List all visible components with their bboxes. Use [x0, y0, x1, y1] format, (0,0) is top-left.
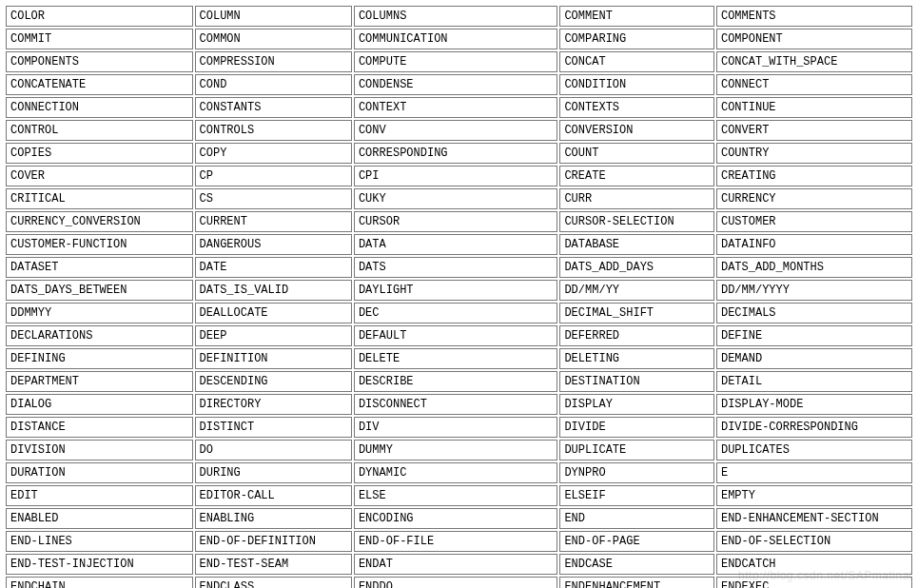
table-cell: DATA	[354, 234, 558, 255]
table-cell: ENDENHANCEMENT	[559, 577, 714, 588]
table-cell: DEFAULT	[354, 325, 558, 346]
table-cell: COLUMN	[195, 6, 352, 27]
table-cell: DEALLOCATE	[195, 303, 352, 323]
table-row: CURRENCY_CONVERSIONCURRENTCURSORCURSOR-S…	[6, 211, 912, 232]
table-row: CONCATENATECONDCONDENSECONDITIONCONNECT	[6, 74, 912, 95]
table-row: DATS_DAYS_BETWEENDATS_IS_VALIDDAYLIGHTDD…	[6, 280, 912, 301]
table-cell: DETAIL	[716, 371, 912, 392]
table-cell: CURRENCY	[716, 188, 912, 209]
table-cell: DESTINATION	[559, 371, 714, 392]
table-cell: DELETE	[354, 348, 558, 369]
table-cell: CPI	[354, 166, 558, 186]
table-row: DEFININGDEFINITIONDELETEDELETINGDEMAND	[6, 348, 912, 369]
table-cell: DD/MM/YY	[559, 280, 714, 301]
table-cell: END-LINES	[6, 531, 193, 552]
table-cell: COUNTRY	[716, 143, 912, 164]
table-row: COLORCOLUMNCOLUMNSCOMMENTCOMMENTS	[6, 6, 912, 27]
table-cell: DD/MM/YYYY	[716, 280, 912, 301]
table-cell: DATS	[354, 257, 558, 278]
table-cell: ENDEXEC	[716, 577, 912, 588]
table-cell: CONTROL	[6, 120, 193, 141]
table-cell: DISCONNECT	[354, 394, 558, 415]
table-cell: DEFINE	[716, 325, 912, 346]
table-cell: DECIMAL_SHIFT	[559, 303, 714, 323]
table-cell: DISTINCT	[195, 417, 352, 438]
table-row: COPIESCOPYCORRESPONDINGCOUNTCOUNTRY	[6, 143, 912, 164]
table-cell: DATS_ADD_MONTHS	[716, 257, 912, 278]
table-cell: COMMENT	[559, 6, 714, 27]
table-cell: CONTROLS	[195, 120, 352, 141]
table-cell: DUMMY	[354, 440, 558, 461]
table-cell: DURATION	[6, 462, 193, 483]
table-cell: COMMIT	[6, 29, 193, 49]
table-cell: EDITOR-CALL	[195, 485, 352, 506]
table-row: CONNECTIONCONSTANTSCONTEXTCONTEXTSCONTIN…	[6, 97, 912, 118]
table-cell: DEFINITION	[195, 348, 352, 369]
table-row: COMMITCOMMONCOMMUNICATIONCOMPARINGCOMPON…	[6, 29, 912, 49]
table-cell: END-OF-PAGE	[559, 531, 714, 552]
table-cell: END-ENHANCEMENT-SECTION	[716, 508, 912, 529]
table-cell: COMPARING	[559, 29, 714, 49]
table-cell: DIALOG	[6, 394, 193, 415]
table-cell: CONCATENATE	[6, 74, 193, 95]
table-cell: CURRENCY_CONVERSION	[6, 211, 193, 232]
table-cell: END-TEST-INJECTION	[6, 554, 193, 575]
table-cell: DAYLIGHT	[354, 280, 558, 301]
table-cell: ENABLED	[6, 508, 193, 529]
table-cell: COMMENTS	[716, 6, 912, 27]
table-cell: CREATING	[716, 166, 912, 186]
table-cell: DIVIDE	[559, 417, 714, 438]
table-cell: COPIES	[6, 143, 193, 164]
table-cell: DEFERRED	[559, 325, 714, 346]
table-cell: END-OF-SELECTION	[716, 531, 912, 552]
table-cell: ELSEIF	[559, 485, 714, 506]
table-cell: DUPLICATES	[716, 440, 912, 461]
table-cell: COLOR	[6, 6, 193, 27]
table-cell: DATS_DAYS_BETWEEN	[6, 280, 193, 301]
table-cell: END-OF-FILE	[354, 531, 558, 552]
table-row: DDMMYYDEALLOCATEDECDECIMAL_SHIFTDECIMALS	[6, 303, 912, 323]
table-row: CONTROLCONTROLSCONVCONVERSIONCONVERT	[6, 120, 912, 141]
table-cell: DISPLAY	[559, 394, 714, 415]
table-cell: DATE	[195, 257, 352, 278]
table-cell: DISTANCE	[6, 417, 193, 438]
table-cell: CURSOR-SELECTION	[559, 211, 714, 232]
table-row: END-LINESEND-OF-DEFINITIONEND-OF-FILEEND…	[6, 531, 912, 552]
table-cell: DEEP	[195, 325, 352, 346]
table-cell: ENDCHAIN	[6, 577, 193, 588]
table-cell: CONNECT	[716, 74, 912, 95]
table-cell: DIVISION	[6, 440, 193, 461]
table-cell: CONVERT	[716, 120, 912, 141]
table-cell: CONDENSE	[354, 74, 558, 95]
table-cell: DYNAMIC	[354, 462, 558, 483]
table-cell: COPY	[195, 143, 352, 164]
table-row: COMPONENTSCOMPRESSIONCOMPUTECONCATCONCAT…	[6, 51, 912, 72]
table-cell: EMPTY	[716, 485, 912, 506]
table-cell: COMPUTE	[354, 51, 558, 72]
table-cell: E	[716, 462, 912, 483]
table-cell: DESCENDING	[195, 371, 352, 392]
table-cell: DANGEROUS	[195, 234, 352, 255]
table-cell: COLUMNS	[354, 6, 558, 27]
table-cell: DEMAND	[716, 348, 912, 369]
table-cell: CS	[195, 188, 352, 209]
table-cell: DIVIDE-CORRESPONDING	[716, 417, 912, 438]
table-cell: CONTINUE	[716, 97, 912, 118]
table-row: ENABLEDENABLINGENCODINGENDEND-ENHANCEMEN…	[6, 508, 912, 529]
table-cell: ENDCATCH	[716, 554, 912, 575]
table-cell: CUKY	[354, 188, 558, 209]
table-cell: CONV	[354, 120, 558, 141]
table-cell: DDMMYY	[6, 303, 193, 323]
table-cell: CONTEXT	[354, 97, 558, 118]
table-cell: CONNECTION	[6, 97, 193, 118]
table-cell: ENDCASE	[559, 554, 714, 575]
table-cell: COND	[195, 74, 352, 95]
table-cell: CURRENT	[195, 211, 352, 232]
table-cell: ENDCLASS	[195, 577, 352, 588]
table-cell: DUPLICATE	[559, 440, 714, 461]
table-row: DISTANCEDISTINCTDIVDIVIDEDIVIDE-CORRESPO…	[6, 417, 912, 438]
table-cell: CONVERSION	[559, 120, 714, 141]
table-cell: DATS_IS_VALID	[195, 280, 352, 301]
table-row: EDITEDITOR-CALLELSEELSEIFEMPTY	[6, 485, 912, 506]
table-cell: DATASET	[6, 257, 193, 278]
